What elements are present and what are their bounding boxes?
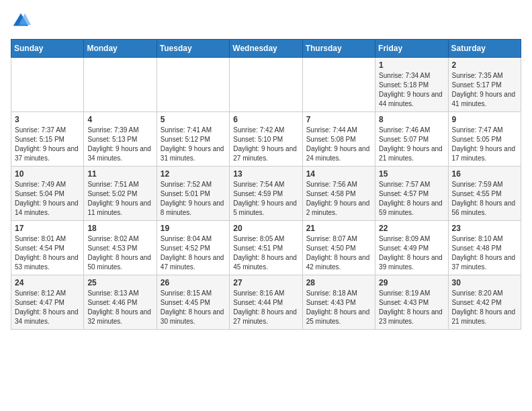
day-cell: 9Sunrise: 7:47 AM Sunset: 5:05 PM Daylig… [448,112,521,167]
day-cell: 27Sunrise: 8:16 AM Sunset: 4:44 PM Dayli… [230,275,302,330]
day-info: Sunrise: 8:18 AM Sunset: 4:43 PM Dayligh… [306,289,371,326]
day-number: 15 [379,169,444,179]
day-info: Sunrise: 7:34 AM Sunset: 5:18 PM Dayligh… [379,71,444,109]
day-cell: 8Sunrise: 7:46 AM Sunset: 5:07 PM Daylig… [375,112,448,167]
day-info: Sunrise: 7:52 AM Sunset: 5:01 PM Dayligh… [161,180,226,218]
day-info: Sunrise: 7:56 AM Sunset: 4:58 PM Dayligh… [306,180,371,218]
week-row-3: 17Sunrise: 8:01 AM Sunset: 4:54 PM Dayli… [11,221,521,275]
day-cell: 2Sunrise: 7:35 AM Sunset: 5:17 PM Daylig… [448,58,521,112]
day-cell: 7Sunrise: 7:44 AM Sunset: 5:08 PM Daylig… [302,112,375,167]
day-number: 28 [306,278,371,287]
day-cell: 12Sunrise: 7:52 AM Sunset: 5:01 PM Dayli… [157,167,229,221]
day-number: 18 [87,224,152,233]
day-number: 16 [452,169,517,179]
header-saturday: Saturday [448,40,521,58]
day-info: Sunrise: 7:54 AM Sunset: 4:59 PM Dayligh… [233,180,298,218]
day-cell: 19Sunrise: 8:04 AM Sunset: 4:52 PM Dayli… [157,221,229,275]
week-row-2: 10Sunrise: 7:49 AM Sunset: 5:04 PM Dayli… [11,167,521,221]
day-cell: 11Sunrise: 7:51 AM Sunset: 5:02 PM Dayli… [84,167,157,221]
day-cell: 4Sunrise: 7:39 AM Sunset: 5:13 PM Daylig… [84,112,157,167]
day-number: 9 [452,115,517,124]
day-cell: 29Sunrise: 8:19 AM Sunset: 4:43 PM Dayli… [375,275,448,330]
day-info: Sunrise: 7:51 AM Sunset: 5:02 PM Dayligh… [87,180,152,218]
day-cell [84,58,157,112]
day-cell: 22Sunrise: 8:09 AM Sunset: 4:49 PM Dayli… [375,221,448,275]
day-cell [157,58,229,112]
day-number: 27 [233,278,298,287]
day-number: 20 [233,224,298,233]
day-cell [302,58,375,112]
day-cell: 1Sunrise: 7:34 AM Sunset: 5:18 PM Daylig… [375,58,448,112]
day-number: 25 [87,278,152,287]
day-cell: 17Sunrise: 8:01 AM Sunset: 4:54 PM Dayli… [11,221,84,275]
day-number: 4 [87,115,152,124]
day-info: Sunrise: 8:15 AM Sunset: 4:45 PM Dayligh… [161,289,226,326]
day-number: 1 [379,60,444,70]
day-number: 23 [452,224,517,233]
day-cell: 30Sunrise: 8:20 AM Sunset: 4:42 PM Dayli… [448,275,521,330]
day-number: 22 [379,224,444,233]
day-info: Sunrise: 8:13 AM Sunset: 4:46 PM Dayligh… [87,289,152,326]
day-cell [230,58,302,112]
day-cell: 26Sunrise: 8:15 AM Sunset: 4:45 PM Dayli… [157,275,229,330]
day-info: Sunrise: 8:07 AM Sunset: 4:50 PM Dayligh… [306,234,371,272]
day-number: 30 [452,278,517,287]
day-info: Sunrise: 7:57 AM Sunset: 4:57 PM Dayligh… [379,180,444,218]
day-info: Sunrise: 7:44 AM Sunset: 5:08 PM Dayligh… [306,126,371,163]
day-info: Sunrise: 7:37 AM Sunset: 5:15 PM Dayligh… [15,126,80,163]
day-info: Sunrise: 8:12 AM Sunset: 4:47 PM Dayligh… [15,289,80,326]
day-cell: 15Sunrise: 7:57 AM Sunset: 4:57 PM Dayli… [375,167,448,221]
week-row-1: 3Sunrise: 7:37 AM Sunset: 5:15 PM Daylig… [11,112,521,167]
page-header [11,11,521,31]
day-cell: 21Sunrise: 8:07 AM Sunset: 4:50 PM Dayli… [302,221,375,275]
day-number: 7 [306,115,371,124]
day-number: 10 [15,169,80,179]
day-cell: 6Sunrise: 7:42 AM Sunset: 5:10 PM Daylig… [230,112,302,167]
day-info: Sunrise: 7:46 AM Sunset: 5:07 PM Dayligh… [379,126,444,163]
header-sunday: Sunday [11,40,84,58]
day-cell: 16Sunrise: 7:59 AM Sunset: 4:55 PM Dayli… [448,167,521,221]
day-info: Sunrise: 7:41 AM Sunset: 5:12 PM Dayligh… [161,126,226,163]
day-cell: 18Sunrise: 8:02 AM Sunset: 4:53 PM Dayli… [84,221,157,275]
day-info: Sunrise: 7:39 AM Sunset: 5:13 PM Dayligh… [87,126,152,163]
header-friday: Friday [375,40,448,58]
logo [11,11,34,31]
day-info: Sunrise: 8:04 AM Sunset: 4:52 PM Dayligh… [161,234,226,272]
header-row: SundayMondayTuesdayWednesdayThursdayFrid… [11,40,521,58]
day-number: 14 [306,169,371,179]
day-info: Sunrise: 8:09 AM Sunset: 4:49 PM Dayligh… [379,234,444,272]
day-number: 8 [379,115,444,124]
day-number: 12 [161,169,226,179]
day-info: Sunrise: 7:49 AM Sunset: 5:04 PM Dayligh… [15,180,80,218]
week-row-0: 1Sunrise: 7:34 AM Sunset: 5:18 PM Daylig… [11,58,521,112]
day-info: Sunrise: 8:20 AM Sunset: 4:42 PM Dayligh… [452,289,517,326]
header-monday: Monday [84,40,157,58]
day-cell: 5Sunrise: 7:41 AM Sunset: 5:12 PM Daylig… [157,112,229,167]
day-info: Sunrise: 7:35 AM Sunset: 5:17 PM Dayligh… [452,71,517,109]
day-number: 26 [161,278,226,287]
day-number: 24 [15,278,80,287]
header-thursday: Thursday [302,40,375,58]
day-cell: 24Sunrise: 8:12 AM Sunset: 4:47 PM Dayli… [11,275,84,330]
day-info: Sunrise: 7:42 AM Sunset: 5:10 PM Dayligh… [233,126,298,163]
day-info: Sunrise: 8:16 AM Sunset: 4:44 PM Dayligh… [233,289,298,326]
calendar-table: SundayMondayTuesdayWednesdayThursdayFrid… [11,39,521,330]
day-number: 3 [15,115,80,124]
day-cell [11,58,84,112]
day-number: 2 [452,60,517,70]
day-number: 5 [161,115,226,124]
header-wednesday: Wednesday [230,40,302,58]
day-info: Sunrise: 7:59 AM Sunset: 4:55 PM Dayligh… [452,180,517,218]
day-number: 11 [87,169,152,179]
day-number: 13 [233,169,298,179]
week-row-4: 24Sunrise: 8:12 AM Sunset: 4:47 PM Dayli… [11,275,521,330]
day-info: Sunrise: 8:19 AM Sunset: 4:43 PM Dayligh… [379,289,444,326]
day-info: Sunrise: 8:10 AM Sunset: 4:48 PM Dayligh… [452,234,517,272]
day-number: 29 [379,278,444,287]
day-info: Sunrise: 8:02 AM Sunset: 4:53 PM Dayligh… [87,234,152,272]
day-cell: 25Sunrise: 8:13 AM Sunset: 4:46 PM Dayli… [84,275,157,330]
day-number: 6 [233,115,298,124]
day-number: 19 [161,224,226,233]
day-cell: 20Sunrise: 8:05 AM Sunset: 4:51 PM Dayli… [230,221,302,275]
day-cell: 10Sunrise: 7:49 AM Sunset: 5:04 PM Dayli… [11,167,84,221]
